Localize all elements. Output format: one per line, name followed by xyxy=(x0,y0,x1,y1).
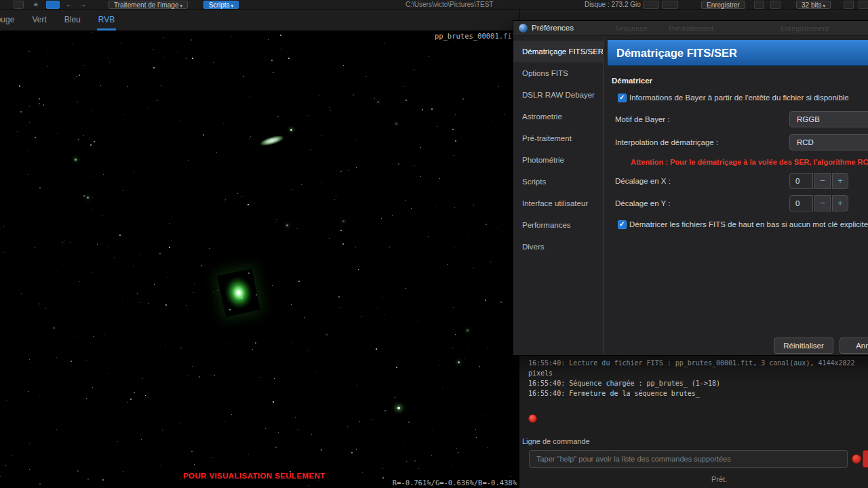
log-line: 16:55:40: Séquence chargée : pp_brutes_ … xyxy=(528,378,868,388)
topdown-checkbox-label: Dématricer les fichiers FITS de haut en … xyxy=(629,220,868,228)
working-directory-path: C:\Users\victo\Pictures\TEST xyxy=(406,1,493,9)
ser-warning-text: Attention : Pour le dématriçage à la vol… xyxy=(631,158,868,166)
dialog-title: Préférences xyxy=(532,24,574,32)
toolbar-icon-b[interactable] xyxy=(662,1,678,9)
offset-y-plus-button[interactable] xyxy=(832,195,848,211)
dialog-titlebar[interactable]: Préférences SéquencePré-traitementEnregi… xyxy=(513,21,868,36)
reset-button[interactable]: Réinitialiser xyxy=(774,338,833,354)
home-button[interactable] xyxy=(46,1,60,9)
galaxy-spiral xyxy=(217,268,260,317)
ghost-tab: Pré-traitement xyxy=(669,24,714,33)
log-line: 16:55:40: Lecture du fichier FITS : pp_b… xyxy=(528,358,868,368)
sidebar-item[interactable]: Options FITS xyxy=(513,62,603,84)
sidebar-item[interactable]: Photométrie xyxy=(513,149,603,171)
loaded-filename-label: pp_brutes_00001.fit xyxy=(435,32,516,40)
offset-y-value[interactable]: 0 xyxy=(789,195,813,211)
interpolation-dropdown[interactable]: RCD xyxy=(789,134,868,150)
view-tab-bleu[interactable]: Bleu xyxy=(63,9,82,30)
sidebar-item[interactable]: Divers xyxy=(513,236,603,258)
offset-x-label: Décalage en X : xyxy=(615,177,671,185)
command-line-label: Ligne de commande xyxy=(522,437,590,445)
sidebar-item[interactable]: Performances xyxy=(513,214,603,236)
cancel-button[interactable]: Annuler xyxy=(840,338,868,354)
view-tabs: RougeVertBleuRVB xyxy=(0,9,519,30)
offset-y-label: Décalage en Y : xyxy=(615,199,670,207)
toolbar-icon-d[interactable] xyxy=(859,1,868,9)
command-red-button[interactable] xyxy=(863,450,868,468)
app-icon[interactable] xyxy=(14,1,24,9)
ghost-tab: Enregistrement xyxy=(781,24,829,33)
section-title: Dématricer xyxy=(612,77,652,85)
dialog-sidebar: Dématriçage FITS/SEROptions FITSDSLR RAW… xyxy=(513,36,604,355)
command-stop-icon[interactable] xyxy=(852,454,861,464)
sidebar-item[interactable]: Pré-traitement xyxy=(513,127,603,149)
bayer-pattern-dropdown[interactable]: RGGB xyxy=(789,111,868,127)
bayer-pattern-label: Motif de Bayer : xyxy=(615,115,670,123)
offset-x-plus-button[interactable] xyxy=(832,173,848,189)
app-window: ≡ ← → Traitement de l'image Scripts C:\U… xyxy=(0,0,868,488)
page-title: Dématriçage FITS/SER xyxy=(608,40,868,66)
offset-y-minus-button[interactable] xyxy=(814,195,831,211)
main-toolbar: ≡ ← → Traitement de l'image Scripts C:\U… xyxy=(0,0,868,9)
preferences-dialog: Préférences SéquencePré-traitementEnregi… xyxy=(513,20,868,356)
visualisation-watermark: POUR VISUALISATION SEULEMENT xyxy=(183,472,326,480)
galaxy-cigar xyxy=(254,131,290,150)
redo-icon[interactable]: → xyxy=(79,1,86,9)
undo-icon[interactable]: ← xyxy=(66,1,73,9)
sidebar-item[interactable]: DSLR RAW Debayer xyxy=(513,84,603,106)
scripts-menu[interactable]: Scripts xyxy=(203,1,239,9)
view-tab-rouge[interactable]: Rouge xyxy=(0,9,16,30)
offset-x-value[interactable]: 0 xyxy=(789,173,813,189)
view-tab-rvb[interactable]: RVB xyxy=(97,9,116,30)
bright-star xyxy=(397,407,400,409)
toolbar-icon-a[interactable] xyxy=(643,1,659,9)
command-input[interactable] xyxy=(529,450,848,468)
sidebar-item[interactable]: Astrometrie xyxy=(513,106,603,127)
log-lines: 16:55:40: Lecture du fichier FITS : pp_b… xyxy=(528,358,868,399)
status-ready-label: Prêt. xyxy=(711,475,727,483)
image-processing-menu[interactable]: Traitement de l'image xyxy=(108,1,188,9)
bayer-header-checkbox-label: Informations de Bayer à partir de l'entê… xyxy=(629,94,849,102)
app-logo-icon xyxy=(519,24,528,33)
sidebar-item[interactable]: Dématriçage FITS/SER xyxy=(513,41,603,62)
ghost-tab: Séquence xyxy=(615,24,647,33)
image-preview: pp_brutes_00001.fit POUR VISUALISATION S… xyxy=(0,30,519,488)
snapshot-icon[interactable] xyxy=(770,1,781,9)
stop-processing-button[interactable] xyxy=(528,414,537,423)
log-line: pixels xyxy=(528,368,868,378)
log-line: 16:55:40: Fermeture de la séquence brute… xyxy=(528,388,868,399)
sidebar-item[interactable]: Interface utilisateur xyxy=(513,192,603,214)
rgb-pixel-readout: R=-0.761%/G=-0.636%/B=-0.438% xyxy=(393,479,517,487)
topdown-checkbox[interactable] xyxy=(618,220,627,229)
interpolation-label: Interpolation de dématriçage : xyxy=(615,138,718,146)
save-button[interactable]: Enregistrer xyxy=(701,1,745,9)
sidebar-item[interactable]: Scripts xyxy=(513,171,603,192)
bayer-header-checkbox[interactable] xyxy=(618,94,627,102)
disk-space-label: Disque : 273.2 Gio xyxy=(585,1,641,9)
view-tab-vert[interactable]: Vert xyxy=(31,9,47,30)
save-as-icon[interactable] xyxy=(754,1,764,9)
toolbar-icon-c[interactable] xyxy=(844,1,854,9)
bit-depth-dropdown[interactable]: 32 bits xyxy=(796,1,831,9)
hamburger-menu-icon[interactable]: ≡ xyxy=(34,1,38,9)
offset-x-minus-button[interactable] xyxy=(814,173,831,189)
